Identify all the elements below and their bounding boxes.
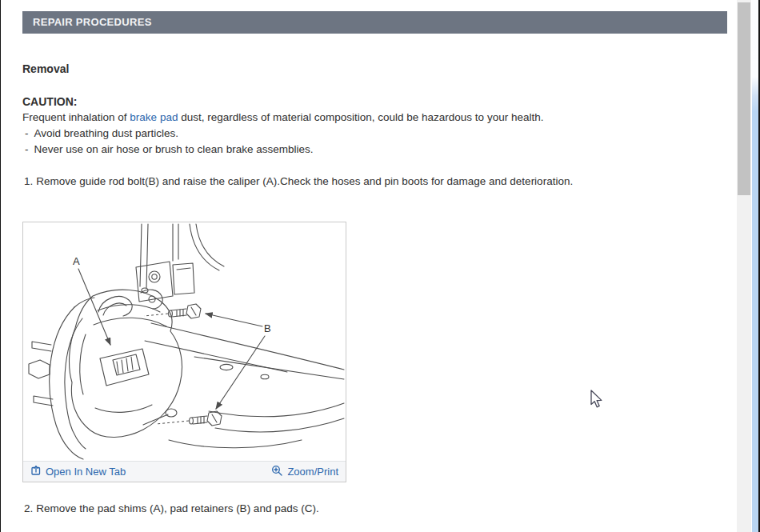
open-in-new-tab-link[interactable]: Open In New Tab xyxy=(30,465,126,478)
procedure-step-2: 2.Remove the pad shims (A), pad retainer… xyxy=(24,501,319,517)
window-scrollbar[interactable] xyxy=(752,0,758,532)
zoom-print-label: Zoom/Print xyxy=(287,466,338,478)
content-scrollbar-thumb[interactable] xyxy=(738,2,750,195)
diagram-label-a: A xyxy=(73,255,80,267)
figure-toolbar: Open In New Tab Zoom/Print xyxy=(23,461,346,482)
zoom-print-link[interactable]: Zoom/Print xyxy=(271,465,338,479)
bullet-text: Never use on air hose or brush to clean … xyxy=(34,143,314,155)
open-in-new-tab-label: Open In New Tab xyxy=(46,466,126,478)
caution-text-after: dust, regardless of material composition… xyxy=(181,111,543,123)
removal-heading: Removal xyxy=(22,61,69,77)
magnifier-plus-icon xyxy=(271,465,283,479)
open-in-new-tab-icon xyxy=(30,465,42,478)
procedure-diagram: A B xyxy=(23,222,346,461)
brake-pad-link[interactable]: brake pad xyxy=(130,111,178,123)
caution-text-before: Frequent inhalation of xyxy=(22,111,127,123)
bullet-text: Avoid breathing dust particles. xyxy=(34,127,179,139)
window-left-border xyxy=(0,0,1,532)
caution-label: CAUTION: xyxy=(22,94,77,110)
step-number: 1. xyxy=(24,175,33,187)
step-text: Remove the pad shims (A), pad retainers … xyxy=(36,502,318,514)
procedure-step-1: 1.Remove guide rod bolt(B) and raise the… xyxy=(24,174,573,190)
bullet-dash: - xyxy=(25,142,29,158)
procedure-figure: A B Open In New Tab xyxy=(22,222,346,482)
diagram-label-b: B xyxy=(264,322,271,334)
content-scrollbar-track[interactable] xyxy=(737,0,751,532)
brake-caliper-diagram: A B xyxy=(23,222,346,461)
caution-bullet: -Never use on air hose or brush to clean… xyxy=(25,142,313,158)
caution-bullet: -Avoid breathing dust particles. xyxy=(25,126,178,142)
mouse-cursor xyxy=(590,390,605,413)
step-number: 2. xyxy=(24,502,33,514)
section-header: REPAIR PROCEDURES xyxy=(22,11,727,34)
section-header-title: REPAIR PROCEDURES xyxy=(33,16,152,28)
step-text: Remove guide rod bolt(B) and raise the c… xyxy=(36,175,573,187)
bullet-dash: - xyxy=(25,126,29,142)
caution-text: Frequent inhalation of brake pad dust, r… xyxy=(22,110,543,126)
